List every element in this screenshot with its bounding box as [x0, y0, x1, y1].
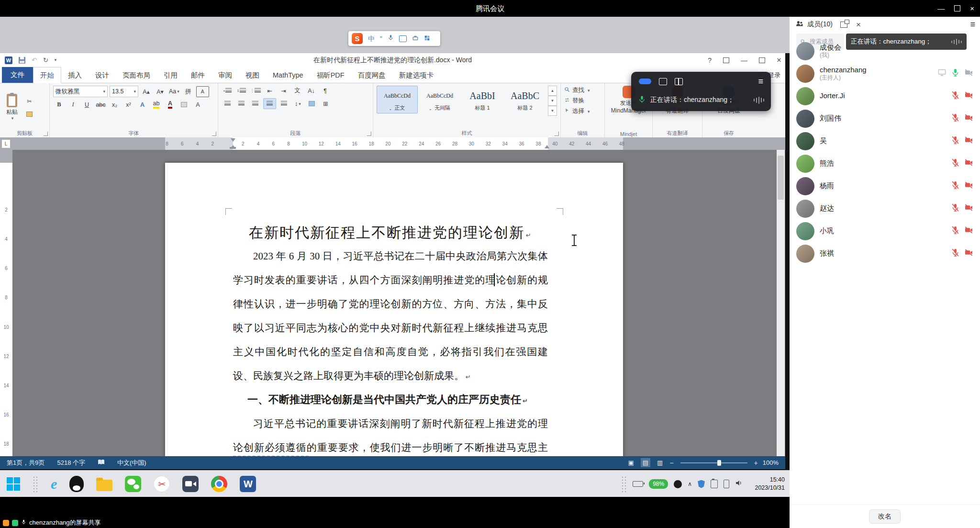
subscript-button[interactable]: x₂: [109, 100, 121, 110]
panel-close-icon[interactable]: ×: [856, 21, 861, 29]
security-shield-icon[interactable]: [698, 480, 705, 488]
dialog-launcher-icon[interactable]: [44, 132, 48, 136]
clipboard-tray-icon[interactable]: [711, 480, 718, 488]
internet-explorer-icon[interactable]: e: [51, 477, 57, 491]
line-spacing-icon[interactable]: ↕▾: [292, 99, 304, 109]
scrollbar-thumb[interactable]: [778, 156, 784, 200]
member-row[interactable]: 杨雨: [790, 175, 980, 197]
tray-grid-icon[interactable]: [621, 476, 627, 492]
night-mode-icon[interactable]: [674, 480, 682, 488]
style-item[interactable]: AaBbC标题 2: [504, 86, 546, 113]
vertical-ruler[interactable]: 24681012141618: [0, 150, 12, 456]
rename-button[interactable]: 改名: [869, 509, 901, 524]
member-row[interactable]: 小巩: [790, 220, 980, 242]
clock[interactable]: 15:40 2023/10/31: [748, 476, 785, 492]
web-layout-icon[interactable]: ▥: [655, 458, 665, 467]
left-indent-marker[interactable]: [230, 147, 236, 149]
minimize-icon[interactable]: —: [937, 5, 945, 12]
word-close-icon[interactable]: ×: [777, 56, 781, 64]
battery-level-badge[interactable]: 98%: [649, 479, 668, 489]
popout-icon[interactable]: [840, 22, 847, 28]
page-indicator[interactable]: 第1页，共9页: [7, 459, 45, 467]
split-view-icon[interactable]: [675, 78, 683, 85]
gallery-more-icon[interactable]: ▼̱: [548, 106, 557, 116]
bold-button[interactable]: B: [53, 100, 65, 110]
member-row[interactable]: 刘国伟: [790, 107, 980, 130]
keyboard-icon[interactable]: [399, 35, 407, 42]
toolbox-icon[interactable]: [412, 34, 419, 43]
style-item[interactable]: AaBbI标题 1: [462, 86, 503, 113]
indent-icon[interactable]: ⇥: [278, 86, 290, 96]
distribute-icon[interactable]: [278, 99, 290, 109]
dialog-launcher-icon[interactable]: [555, 132, 559, 136]
member-row[interactable]: 吴: [790, 130, 980, 152]
italic-button[interactable]: I: [67, 100, 79, 110]
zoom-out-icon[interactable]: −: [669, 459, 673, 467]
shrink-font-button[interactable]: A▾: [154, 87, 166, 97]
word-restore-icon[interactable]: [759, 57, 765, 63]
wechat-icon[interactable]: [125, 476, 141, 492]
tray-expand-icon[interactable]: ∧: [688, 481, 692, 487]
align-left-icon[interactable]: [222, 99, 234, 109]
align-justify-icon[interactable]: [263, 98, 276, 109]
editing-选择[interactable]: 选择▾: [564, 107, 601, 116]
tab-福昕PDF[interactable]: 福昕PDF: [310, 67, 351, 83]
tab-插入[interactable]: 插入: [61, 67, 89, 83]
align-center-icon[interactable]: [235, 99, 247, 109]
screenshot-tool-icon[interactable]: ✂: [154, 476, 170, 492]
style-item[interactable]: AaBbCcDd。正文: [377, 86, 418, 113]
borders-icon[interactable]: ⊞: [320, 99, 332, 109]
zoom-in-icon[interactable]: +: [754, 459, 758, 467]
editing-查找[interactable]: 查找▾: [564, 86, 601, 95]
tab-新建选项卡[interactable]: 新建选项卡: [392, 67, 441, 83]
skin-grid-icon[interactable]: [424, 34, 430, 43]
format-painter-icon[interactable]: [23, 109, 35, 119]
file-explorer-icon[interactable]: [96, 480, 112, 491]
proofing-icon[interactable]: [98, 459, 105, 467]
sogou-logo-icon[interactable]: S: [352, 33, 363, 44]
dialog-launcher-icon[interactable]: [212, 132, 216, 136]
pilcrow-icon[interactable]: ¶: [319, 86, 331, 96]
volume-icon[interactable]: [735, 479, 743, 489]
change-case-button[interactable]: Aa▾: [168, 87, 180, 97]
right-indent-marker[interactable]: [545, 143, 549, 148]
tab-MathType[interactable]: MathType: [266, 67, 310, 83]
number-list-icon[interactable]: 1: [235, 86, 247, 96]
shading-icon[interactable]: [306, 99, 318, 109]
zoom-slider-thumb[interactable]: [717, 460, 721, 466]
word-count[interactable]: 5218 个字: [57, 459, 85, 467]
tab-引用[interactable]: 引用: [157, 67, 184, 83]
cjk-layout-icon[interactable]: 文: [291, 86, 303, 96]
paste-button[interactable]: 粘贴 ▾: [3, 86, 21, 129]
read-mode-icon[interactable]: ▣: [626, 458, 635, 467]
font-name-select[interactable]: 微软雅黑▾: [53, 86, 108, 97]
meeting-minibar-icon[interactable]: [639, 79, 651, 84]
member-row[interactable]: 赵达: [790, 197, 980, 220]
highlight-button[interactable]: ab: [150, 100, 162, 110]
word-taskbar-icon[interactable]: W: [240, 476, 256, 492]
print-layout-icon[interactable]: ▤: [641, 458, 650, 467]
pinned-apps-grid-icon[interactable]: [33, 476, 38, 492]
mic-icon[interactable]: [388, 34, 394, 43]
word-minimize-icon[interactable]: —: [741, 57, 747, 64]
chrome-icon[interactable]: [211, 476, 227, 492]
tab-selector[interactable]: L: [1, 139, 11, 148]
cut-icon[interactable]: ✂: [23, 96, 35, 106]
scroll-down-icon[interactable]: ▼: [548, 96, 557, 106]
tab-百度网盘[interactable]: 百度网盘: [351, 67, 392, 83]
bullet-list-icon[interactable]: •: [222, 86, 234, 96]
sort-icon[interactable]: A↓: [305, 86, 317, 96]
member-row[interactable]: chenzanzhang(主持人): [790, 62, 980, 85]
underline-button[interactable]: U: [81, 100, 93, 110]
tab-审阅[interactable]: 审阅: [212, 67, 239, 83]
punctuation-icon[interactable]: ”: [380, 35, 382, 42]
phonetic-guide-button[interactable]: 拼: [182, 87, 194, 97]
member-row[interactable]: 成俊会(我): [790, 40, 980, 62]
scroll-up-icon[interactable]: ▲: [548, 86, 557, 96]
zoom-level[interactable]: 100%: [763, 459, 779, 466]
ribbon-display-icon[interactable]: [723, 57, 729, 63]
hamburger-icon[interactable]: ≡: [758, 77, 763, 87]
tab-文件[interactable]: 文件: [2, 67, 33, 83]
start-button[interactable]: [7, 477, 20, 491]
phone-link-icon[interactable]: [724, 480, 729, 488]
